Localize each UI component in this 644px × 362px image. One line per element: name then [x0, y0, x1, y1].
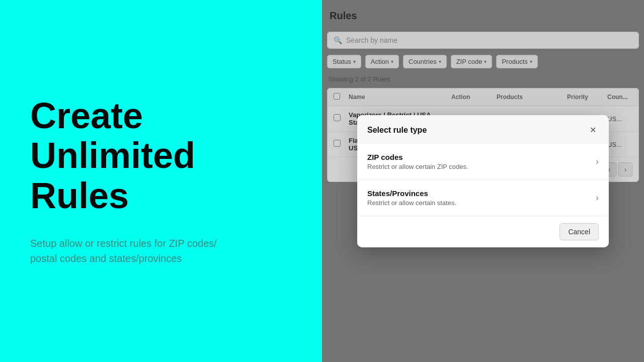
right-panel: Rules 🔍 Search by name Status ▾ Action ▾… [322, 0, 644, 362]
select-rule-type-modal: Select rule type ✕ ZIP codes Restrict or… [357, 115, 609, 247]
zip-codes-title: ZIP codes [367, 153, 468, 161]
hero-title: Create Unlimited Rules [30, 96, 292, 216]
states-provinces-desc: Restrict or allow certain states. [367, 199, 456, 207]
states-provinces-title: States/Provinces [367, 189, 456, 198]
rule-option-zip-codes[interactable]: ZIP codes Restrict or allow certain ZIP … [357, 144, 609, 180]
modal-footer: Cancel [357, 216, 609, 247]
states-provinces-text: States/Provinces Restrict or allow certa… [367, 189, 456, 207]
cancel-button[interactable]: Cancel [559, 223, 599, 240]
chevron-right-icon: › [596, 156, 599, 167]
zip-codes-desc: Restrict or allow certain ZIP codes. [367, 163, 468, 170]
zip-codes-text: ZIP codes Restrict or allow certain ZIP … [367, 153, 468, 170]
chevron-right-icon: › [596, 193, 599, 203]
modal-close-button[interactable]: ✕ [587, 124, 599, 136]
hero-subtitle: Setup allow or restrict rules for ZIP co… [30, 236, 221, 266]
modal-overlay: Select rule type ✕ ZIP codes Restrict or… [322, 0, 644, 362]
modal-header: Select rule type ✕ [357, 115, 609, 144]
left-panel: Create Unlimited Rules Setup allow or re… [0, 0, 322, 362]
rule-option-states-provinces[interactable]: States/Provinces Restrict or allow certa… [357, 180, 609, 216]
modal-title: Select rule type [367, 126, 427, 135]
modal-body: ZIP codes Restrict or allow certain ZIP … [357, 144, 609, 216]
